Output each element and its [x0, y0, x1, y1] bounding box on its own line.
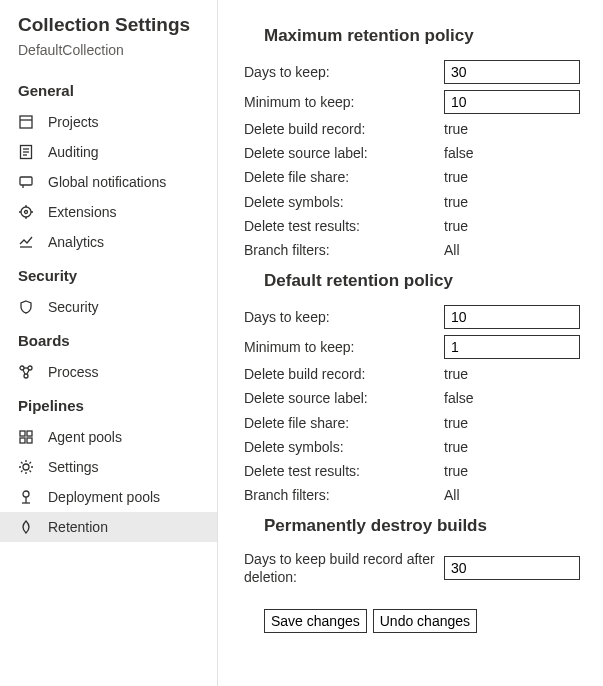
svg-rect-22	[20, 438, 25, 443]
extensions-icon	[18, 204, 34, 220]
process-icon	[18, 364, 34, 380]
sidebar-item-label: Auditing	[48, 144, 99, 160]
field-label: Branch filters:	[244, 486, 444, 504]
field-label: Delete source label:	[244, 389, 444, 407]
sidebar-item-label: Projects	[48, 114, 99, 130]
sidebar-item-settings[interactable]: Settings	[0, 452, 217, 482]
svg-point-24	[23, 464, 29, 470]
sidebar-item-label: Agent pools	[48, 429, 122, 445]
sidebar-item-label: Settings	[48, 459, 99, 475]
field-value: true	[444, 439, 468, 455]
max-days-input[interactable]	[444, 60, 580, 84]
sidebar-item-label: Analytics	[48, 234, 104, 250]
field-value: All	[444, 487, 460, 503]
sidebar-item-security[interactable]: Security	[0, 292, 217, 322]
default-minimum-input[interactable]	[444, 335, 580, 359]
field-label: Delete file share:	[244, 168, 444, 186]
field-label: Delete symbols:	[244, 438, 444, 456]
field-label: Days to keep build record after deletion…	[244, 550, 444, 586]
nav-group-general: General	[0, 72, 217, 107]
field-value: true	[444, 366, 468, 382]
svg-rect-0	[20, 116, 32, 128]
collection-name: DefaultCollection	[0, 42, 217, 72]
projects-icon	[18, 114, 34, 130]
sidebar-item-projects[interactable]: Projects	[0, 107, 217, 137]
field-label: Delete test results:	[244, 462, 444, 480]
field-value: false	[444, 390, 474, 406]
sidebar-item-label: Extensions	[48, 204, 116, 220]
undo-button[interactable]: Undo changes	[373, 609, 477, 633]
section-heading-destroy: Permanently destroy builds	[264, 516, 581, 536]
max-minimum-input[interactable]	[444, 90, 580, 114]
sidebar-item-deployment-pools[interactable]: Deployment pools	[0, 482, 217, 512]
field-value: true	[444, 121, 468, 137]
field-label: Branch filters:	[244, 241, 444, 259]
field-label: Minimum to keep:	[244, 338, 444, 356]
retention-icon	[18, 519, 34, 535]
svg-point-14	[20, 366, 24, 370]
svg-point-15	[28, 366, 32, 370]
page-title: Collection Settings	[0, 14, 217, 42]
field-label: Delete symbols:	[244, 193, 444, 211]
svg-point-25	[23, 491, 29, 497]
svg-rect-23	[27, 438, 32, 443]
save-button[interactable]: Save changes	[264, 609, 367, 633]
svg-rect-20	[20, 431, 25, 436]
sidebar: Collection Settings DefaultCollection Ge…	[0, 0, 218, 686]
svg-point-8	[25, 211, 28, 214]
field-label: Delete file share:	[244, 414, 444, 432]
section-heading-maximum: Maximum retention policy	[264, 26, 581, 46]
section-heading-default: Default retention policy	[264, 271, 581, 291]
main-content: Maximum retention policy Days to keep: M…	[218, 0, 603, 686]
nav-group-boards: Boards	[0, 322, 217, 357]
field-value: true	[444, 463, 468, 479]
field-label: Days to keep:	[244, 63, 444, 81]
field-value: true	[444, 169, 468, 185]
sidebar-item-analytics[interactable]: Analytics	[0, 227, 217, 257]
analytics-icon	[18, 234, 34, 250]
destroy-days-input[interactable]	[444, 556, 580, 580]
sidebar-item-auditing[interactable]: Auditing	[0, 137, 217, 167]
field-value: true	[444, 194, 468, 210]
svg-line-19	[27, 370, 29, 374]
deployment-icon	[18, 489, 34, 505]
svg-rect-6	[20, 177, 32, 185]
gear-icon	[18, 459, 34, 475]
nav-group-security: Security	[0, 257, 217, 292]
sidebar-item-label: Deployment pools	[48, 489, 160, 505]
sidebar-item-label: Process	[48, 364, 99, 380]
auditing-icon	[18, 144, 34, 160]
field-label: Delete build record:	[244, 365, 444, 383]
field-label: Delete source label:	[244, 144, 444, 162]
field-value: false	[444, 145, 474, 161]
svg-rect-21	[27, 431, 32, 436]
svg-point-16	[24, 374, 28, 378]
sidebar-item-label: Retention	[48, 519, 108, 535]
sidebar-item-label: Global notifications	[48, 174, 166, 190]
agent-pools-icon	[18, 429, 34, 445]
field-label: Delete test results:	[244, 217, 444, 235]
sidebar-item-global-notifications[interactable]: Global notifications	[0, 167, 217, 197]
field-value: All	[444, 242, 460, 258]
field-label: Minimum to keep:	[244, 93, 444, 111]
svg-line-18	[23, 370, 25, 374]
sidebar-item-retention[interactable]: Retention	[0, 512, 217, 542]
svg-point-7	[21, 207, 31, 217]
sidebar-item-extensions[interactable]: Extensions	[0, 197, 217, 227]
sidebar-item-label: Security	[48, 299, 99, 315]
shield-icon	[18, 299, 34, 315]
field-value: true	[444, 218, 468, 234]
field-value: true	[444, 415, 468, 431]
sidebar-item-agent-pools[interactable]: Agent pools	[0, 422, 217, 452]
notifications-icon	[18, 174, 34, 190]
default-days-input[interactable]	[444, 305, 580, 329]
sidebar-item-process[interactable]: Process	[0, 357, 217, 387]
nav-group-pipelines: Pipelines	[0, 387, 217, 422]
field-label: Days to keep:	[244, 308, 444, 326]
field-label: Delete build record:	[244, 120, 444, 138]
